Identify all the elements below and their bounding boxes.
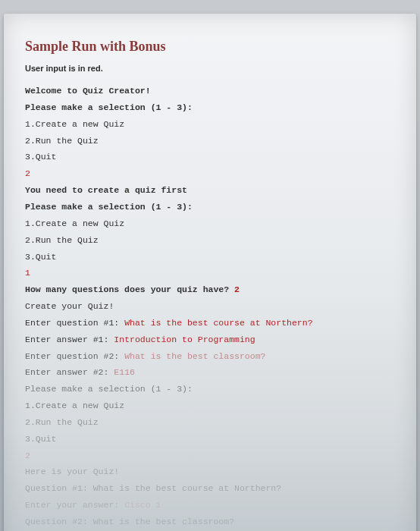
- enter-answer-1: Enter answer #1: Introduction to Program…: [25, 331, 395, 348]
- menu-option-2: 2.Run the Quiz: [25, 414, 395, 431]
- user-input: Introduction to Programming: [114, 335, 255, 344]
- enter-question-1: Enter question #1: What is the best cour…: [25, 315, 395, 331]
- menu-option-2: 2.Run the Quiz: [25, 232, 395, 249]
- enter-your-answer-1: Enter your answer: Cisco 1: [25, 497, 395, 514]
- menu-option-2: 2.Run the Quiz: [25, 133, 395, 149]
- error-need-quiz: You need to create a quiz first: [25, 182, 395, 199]
- user-input: What is the best classroom?: [124, 351, 265, 361]
- user-input: 2: [25, 448, 395, 464]
- menu-option-3: 3.Quit: [25, 249, 395, 266]
- user-input: What is the best course at Northern?: [124, 318, 312, 328]
- enter-question-2: Enter question #2: What is the best clas…: [25, 348, 395, 365]
- eq1-prompt: Enter question #1:: [25, 318, 124, 328]
- menu-option-3: 3.Quit: [25, 431, 395, 448]
- ea2-prompt: Enter answer #2:: [25, 367, 114, 377]
- user-input: 2: [25, 165, 395, 182]
- select-prompt: Please make a selection (1 - 3):: [25, 381, 395, 397]
- eq2-prompt: Enter question #2:: [25, 351, 124, 361]
- question-1: Question #1: What is the best course at …: [25, 480, 395, 497]
- menu-option-1: 1.Create a new Quiz: [25, 116, 395, 133]
- page-subtitle: User input is in red.: [25, 61, 395, 77]
- how-many-line: How many questions does your quiz have? …: [25, 281, 395, 298]
- select-prompt: Please make a selection (1 - 3):: [25, 99, 395, 116]
- user-input: E116: [114, 367, 135, 377]
- user-input: Cisco 1: [124, 500, 161, 510]
- document-page: Sample Run with Bonus User input is in r…: [4, 14, 416, 531]
- user-input: 1: [25, 265, 395, 281]
- question-2: Question #2: What is the best classroom?: [25, 514, 395, 530]
- ea1-prompt: Enter answer #1:: [25, 335, 114, 344]
- create-your-quiz: Create your Quiz!: [25, 298, 395, 315]
- eya1-prompt: Enter your answer:: [25, 500, 124, 510]
- here-is-quiz: Here is your Quiz!: [25, 463, 395, 480]
- select-prompt: Please make a selection (1 - 3):: [25, 199, 395, 215]
- welcome-line: Welcome to Quiz Creator!: [25, 83, 395, 99]
- user-input: 2: [234, 284, 240, 294]
- enter-answer-2: Enter answer #2: E116: [25, 364, 395, 381]
- menu-option-1: 1.Create a new Quiz: [25, 215, 395, 232]
- page-title: Sample Run with Bonus: [25, 33, 395, 59]
- menu-option-3: 3.Quit: [25, 149, 395, 165]
- menu-option-1: 1.Create a new Quiz: [25, 397, 395, 414]
- how-many-prompt: How many questions does your quiz have?: [25, 284, 234, 294]
